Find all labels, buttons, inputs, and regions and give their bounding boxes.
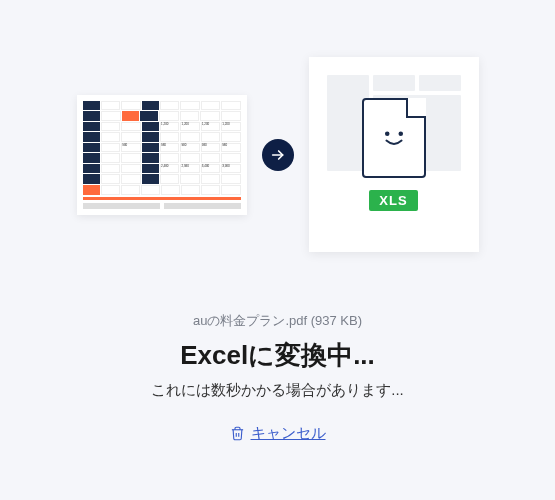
target-xls-preview: XLS — [309, 57, 479, 252]
file-smile-icon — [362, 98, 426, 178]
cancel-label: キャンセル — [251, 424, 326, 443]
source-pdf-thumbnail: 1,2001,2001,2001,200 980980980980980 2,4… — [77, 95, 247, 215]
trash-icon — [230, 426, 245, 441]
svg-point-2 — [399, 132, 402, 135]
arrow-right-icon — [262, 139, 294, 171]
status-title: Excelに変換中... — [180, 338, 375, 373]
cancel-button[interactable]: キャンセル — [230, 424, 326, 443]
conversion-area: 1,2001,2001,2001,200 980980980980980 2,4… — [77, 57, 479, 252]
xls-badge: XLS — [369, 190, 417, 211]
file-name: auの料金プラン.pdf — [193, 313, 307, 328]
file-info: auの料金プラン.pdf (937 KB) — [193, 312, 362, 330]
status-subtitle: これには数秒かかる場合があります... — [151, 381, 404, 400]
file-size: (937 KB) — [311, 313, 362, 328]
svg-point-1 — [385, 132, 388, 135]
